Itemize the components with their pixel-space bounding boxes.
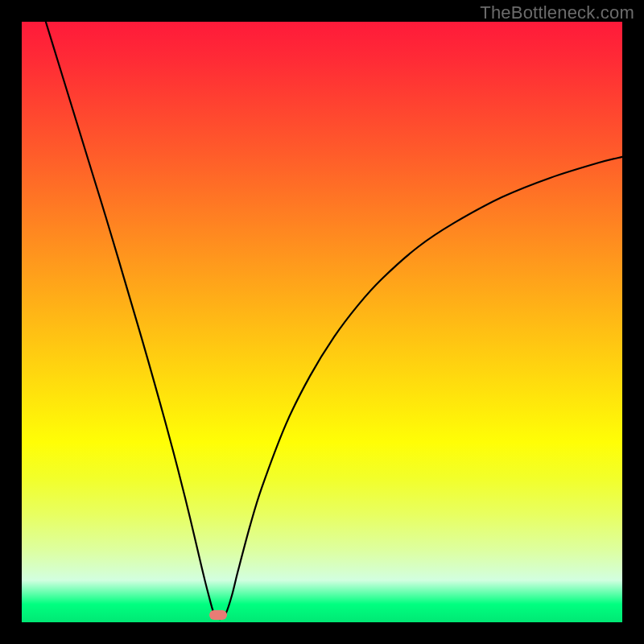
chart-frame: TheBottleneck.com [0, 0, 644, 644]
optimal-point-marker [209, 610, 227, 620]
watermark-text: TheBottleneck.com [480, 2, 634, 23]
bottleneck-curve [22, 22, 622, 622]
plot-area [22, 22, 622, 622]
